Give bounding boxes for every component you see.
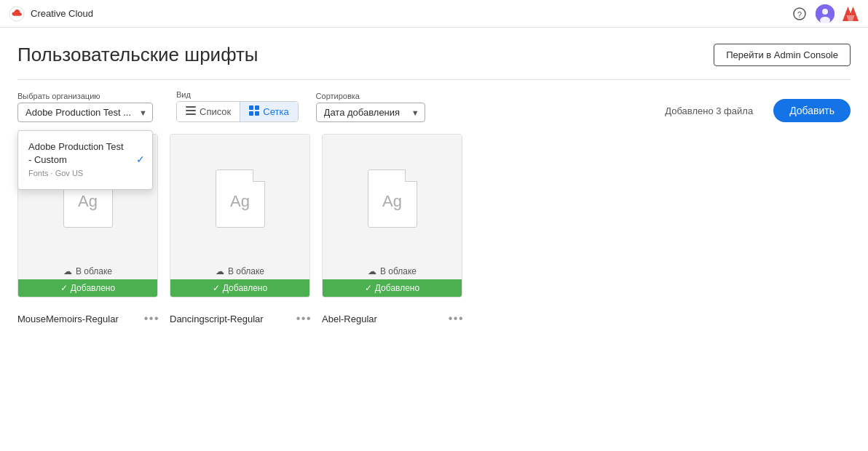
svg-rect-13 (249, 105, 253, 110)
creative-cloud-logo-icon (9, 6, 25, 22)
font-name-0: MouseMemoirs-Regular (17, 314, 119, 324)
font-added-label-0: Добавлено (71, 283, 115, 293)
admin-console-button[interactable]: Перейти в Admin Console (714, 44, 851, 66)
header-left: Creative Cloud (9, 6, 93, 22)
dropdown-item-0[interactable]: Adobe Production Test - Custom Fonts · G… (18, 135, 152, 185)
page-header: Пользовательские шрифты Перейти в Admin … (17, 28, 851, 80)
grid-icon (249, 105, 259, 118)
user-avatar[interactable] (816, 4, 835, 23)
sort-group: Сортировка Дата добавления ▼ (316, 92, 425, 122)
view-group: Вид Список (176, 90, 299, 122)
grid-view-button[interactable]: Сетка (240, 102, 297, 121)
font-name-row-2: Abel-Regular ••• (322, 309, 464, 325)
font-file-icon-1: Ag (216, 169, 265, 228)
view-label: Вид (176, 90, 299, 99)
check-added-icon-1: ✓ (213, 283, 220, 293)
font-item-2: Ag ☁ В облаке ✓ Добавлено Abel-Regular •… (322, 134, 464, 325)
font-name-2: Abel-Regular (322, 314, 377, 324)
dropdown-item-label: Adobe Production Test - Custom (28, 141, 124, 165)
app-title: Creative Cloud (31, 8, 93, 19)
help-icon[interactable]: ? (791, 5, 808, 23)
font-more-icon-0[interactable]: ••• (144, 312, 159, 325)
check-added-icon-0: ✓ (60, 283, 68, 293)
svg-point-4 (822, 9, 828, 15)
svg-rect-11 (186, 110, 196, 111)
check-added-icon-2: ✓ (365, 283, 372, 293)
added-count: Добавлено 3 файла (665, 105, 753, 116)
font-added-label-2: Добавлено (375, 283, 419, 293)
font-more-icon-2[interactable]: ••• (449, 312, 464, 325)
org-select-wrapper: Adobe Production Test ... ▼ Adobe Produc… (17, 103, 153, 122)
font-added-bar-2: ✓ Добавлено (323, 279, 462, 297)
header-right: ? (791, 4, 859, 23)
page-title: Пользовательские шрифты (17, 44, 259, 66)
font-status-label-1: В облаке (228, 266, 264, 276)
font-status-0: ☁ В облаке (18, 262, 157, 279)
cloud-icon-0: ☁ (63, 266, 72, 276)
svg-rect-12 (186, 113, 196, 115)
dropdown-item-sublabel: Fonts · Gov US (28, 168, 129, 179)
cloud-icon-1: ☁ (216, 266, 224, 276)
font-card-1[interactable]: Ag ☁ В облаке ✓ Добавлено (170, 134, 310, 298)
svg-rect-16 (255, 111, 259, 116)
font-status-label-2: В облаке (380, 266, 417, 276)
list-view-button[interactable]: Список (177, 102, 240, 121)
svg-rect-10 (186, 106, 196, 108)
org-select-group: Выбрать организацию Adobe Production Tes… (17, 92, 153, 122)
adobe-logo-icon (842, 5, 859, 23)
font-file-icon-2: Ag (368, 169, 417, 228)
font-status-2: ☁ В облаке (323, 262, 462, 279)
sort-label: Сортировка (316, 92, 425, 100)
font-status-label-0: В облаке (76, 266, 112, 276)
page-content: Пользовательские шрифты Перейти в Admin … (0, 28, 868, 325)
svg-rect-15 (249, 111, 253, 116)
org-select[interactable]: Adobe Production Test ... (17, 103, 153, 122)
font-name-row-1: Dancingscript-Regular ••• (170, 309, 312, 325)
font-added-bar-1: ✓ Добавлено (170, 279, 309, 297)
font-status-1: ☁ В облаке (170, 262, 309, 279)
font-added-label-1: Добавлено (223, 283, 267, 293)
toolbar: Выбрать организацию Adobe Production Tes… (17, 80, 851, 131)
svg-rect-14 (255, 105, 259, 110)
org-dropdown-menu: Adobe Production Test - Custom Fonts · G… (17, 130, 153, 190)
grid-view-label: Сетка (263, 106, 288, 117)
svg-text:?: ? (797, 9, 802, 18)
sort-select[interactable]: Дата добавления (316, 103, 425, 122)
toolbar-right: Добавлено 3 файла Добавить (665, 99, 851, 122)
font-card-2[interactable]: Ag ☁ В облаке ✓ Добавлено (322, 134, 462, 298)
font-more-icon-1[interactable]: ••• (296, 312, 312, 325)
font-preview-2: Ag (323, 135, 462, 262)
check-icon: ✓ (136, 153, 145, 167)
list-view-label: Список (200, 106, 231, 117)
list-icon (186, 105, 196, 118)
font-preview-1: Ag (170, 135, 309, 262)
font-name-row-0: MouseMemoirs-Regular ••• (17, 309, 159, 325)
cloud-icon-2: ☁ (368, 266, 376, 276)
sort-select-wrapper: Дата добавления ▼ (316, 103, 425, 122)
org-select-label: Выбрать организацию (17, 92, 153, 100)
view-buttons: Список Сетка (176, 101, 299, 122)
font-item-1: Ag ☁ В облаке ✓ Добавлено Dancingscript-… (170, 134, 312, 325)
app-header: Creative Cloud ? (0, 0, 868, 28)
font-name-1: Dancingscript-Regular (170, 314, 264, 324)
font-added-bar-0: ✓ Добавлено (18, 279, 157, 297)
add-button[interactable]: Добавить (773, 99, 851, 122)
